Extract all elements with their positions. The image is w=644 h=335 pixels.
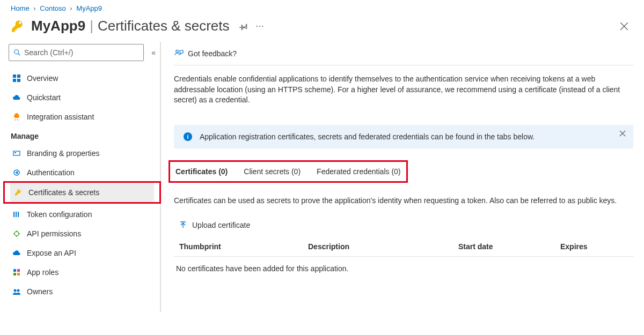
sidebar-label: Certificates & secrets [28, 188, 99, 197]
bars-icon [12, 211, 21, 218]
svg-line-1 [18, 54, 20, 56]
pin-icon[interactable] [239, 22, 248, 31]
page-header: MyApp9 | Certificates & secrets ⋯ [0, 14, 644, 42]
svg-point-19 [176, 50, 179, 53]
sidebar-label: Integration assistant [27, 113, 94, 121]
svg-rect-4 [13, 79, 16, 82]
sidebar-label: API permissions [27, 229, 81, 238]
rocket-icon [12, 113, 21, 121]
tab-federated[interactable]: Federated credentials (0) [317, 165, 400, 178]
page-title-section: Certificates & secrets [98, 18, 230, 34]
collapse-icon[interactable]: « [151, 48, 156, 57]
col-expires: Expires [560, 242, 633, 251]
sidebar-label: Branding & properties [27, 149, 99, 158]
sidebar-item-token[interactable]: Token configuration [9, 205, 156, 224]
svg-rect-9 [13, 212, 14, 217]
sidebar: « Overview Quickstart Integration assist… [0, 42, 161, 312]
svg-rect-16 [17, 273, 20, 276]
roles-icon [12, 269, 21, 276]
sidebar-item-app-roles[interactable]: App roles [9, 263, 156, 282]
feedback-icon [174, 49, 184, 58]
people-icon [12, 288, 21, 295]
sidebar-label: Expose an API [27, 249, 76, 257]
search-input[interactable] [9, 44, 144, 61]
key-icon [13, 189, 23, 196]
info-icon: i [184, 132, 192, 141]
highlight-tabs: Certificates (0) Client secrets (0) Fede… [169, 160, 408, 183]
col-start-date: Start date [458, 242, 560, 251]
sidebar-item-authentication[interactable]: Authentication [9, 163, 156, 182]
cloud-icon [12, 94, 21, 101]
sidebar-label: Owners [27, 287, 53, 296]
tag-icon [12, 150, 21, 157]
close-banner-icon[interactable] [619, 130, 626, 137]
svg-rect-10 [16, 212, 17, 217]
upload-label: Upload certificate [192, 221, 250, 229]
chevron-right-icon: › [33, 4, 35, 12]
title-separator: | [90, 18, 93, 34]
sidebar-item-certificates[interactable]: Certificates & secrets [10, 183, 154, 202]
svg-rect-2 [13, 75, 16, 78]
grid-icon [12, 75, 21, 82]
sidebar-label: Authentication [27, 168, 75, 177]
tab-client-secrets[interactable]: Client secrets (0) [244, 165, 301, 178]
upload-certificate-button[interactable]: Upload certificate [174, 217, 633, 238]
sidebar-item-api-permissions[interactable]: API permissions [9, 224, 156, 243]
svg-rect-5 [17, 79, 20, 82]
cloud-share-icon [12, 250, 21, 256]
info-text: Application registration certificates, s… [200, 132, 535, 141]
empty-state-text: No certificates have been added for this… [174, 257, 633, 273]
auth-icon [12, 169, 21, 176]
svg-rect-11 [18, 212, 19, 217]
col-description: Description [308, 242, 458, 251]
sidebar-item-owners[interactable]: Owners [9, 282, 156, 301]
sidebar-item-overview[interactable]: Overview [9, 69, 156, 88]
sidebar-label: Overview [27, 74, 58, 83]
breadcrumb-home[interactable]: Home [11, 4, 30, 12]
svg-rect-7 [14, 152, 16, 153]
sidebar-item-branding[interactable]: Branding & properties [9, 144, 156, 163]
close-icon[interactable] [619, 21, 629, 31]
key-icon [11, 19, 25, 33]
tab-description: Certificates can be used as secrets to p… [174, 196, 633, 206]
sidebar-label: App roles [27, 268, 58, 277]
sidebar-label: Quickstart [27, 93, 61, 102]
more-icon[interactable]: ⋯ [255, 21, 265, 31]
breadcrumb-level1[interactable]: Contoso [40, 4, 65, 12]
svg-rect-6 [13, 151, 20, 155]
tab-certificates[interactable]: Certificates (0) [175, 165, 228, 178]
sidebar-item-integration[interactable]: Integration assistant [9, 107, 156, 126]
sidebar-item-expose-api[interactable]: Expose an API [9, 243, 156, 263]
page-title-app: MyApp9 [31, 18, 85, 34]
sidebar-item-quickstart[interactable]: Quickstart [9, 88, 156, 107]
description-text: Credentials enable confidential applicat… [174, 74, 633, 106]
chevron-right-icon: › [70, 4, 72, 12]
svg-point-17 [14, 289, 17, 292]
highlight-certificates-nav: Certificates & secrets [3, 181, 161, 204]
svg-rect-14 [17, 269, 20, 272]
svg-point-12 [14, 232, 19, 236]
main-content: Got feedback? Credentials enable confide… [161, 42, 644, 312]
sidebar-section-manage: Manage [11, 132, 156, 140]
svg-rect-13 [13, 269, 16, 272]
svg-point-18 [17, 289, 20, 292]
search-field[interactable] [24, 48, 139, 57]
breadcrumb: Home › Contoso › MyApp9 [0, 0, 644, 14]
svg-rect-3 [17, 75, 20, 78]
feedback-link[interactable]: Got feedback? [188, 49, 237, 58]
info-banner: i Application registration certificates,… [174, 125, 633, 148]
breadcrumb-level2[interactable]: MyApp9 [76, 4, 102, 12]
sidebar-label: Token configuration [27, 210, 92, 219]
col-thumbprint: Thumbprint [179, 242, 308, 251]
search-icon [13, 49, 21, 56]
svg-rect-15 [13, 273, 16, 276]
svg-point-0 [14, 50, 19, 54]
upload-icon [179, 221, 187, 229]
api-icon [12, 230, 21, 237]
table-header: Thumbprint Description Start date Expire… [174, 238, 633, 257]
